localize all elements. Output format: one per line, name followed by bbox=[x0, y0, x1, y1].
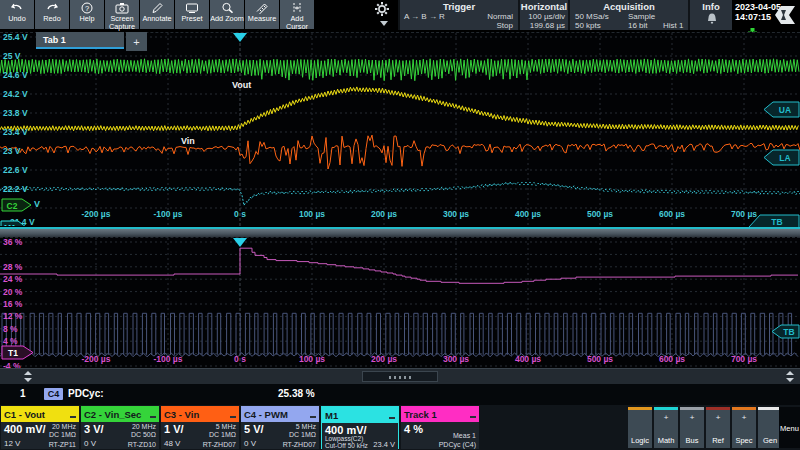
diagram2[interactable]: 36 % 28 % 24 % 20 % 16 % 12 % 8 % 4 % -4… bbox=[0, 237, 800, 368]
lower-trigger-level-badge[interactable]: LA bbox=[762, 149, 800, 166]
measurement-row[interactable]: 1 C4 PDCyc: 25.38 % bbox=[0, 384, 800, 405]
x-tick: -200 µs bbox=[66, 209, 126, 219]
timebase-tab[interactable]: TB bbox=[744, 214, 800, 228]
upper-trigger-level-badge[interactable]: UA bbox=[762, 101, 800, 118]
minimize-icon[interactable] bbox=[230, 416, 236, 418]
measurement-label: PDCyc: bbox=[68, 388, 104, 399]
channel-card-c1[interactable]: C1 - Vout 400 mV/ 20 MHz DC 1MΩ 12 V RT-… bbox=[1, 406, 79, 449]
tab-1[interactable]: Tab 1 bbox=[36, 32, 124, 49]
help-icon: ? bbox=[81, 2, 93, 14]
x-tick: 300 µs bbox=[426, 354, 486, 364]
x-tick: 100 µs bbox=[282, 209, 342, 219]
channel-card-c2[interactable]: C2 - Vin_Sec 3 V/ 20 MHz DC 50Ω 0 V RT-Z… bbox=[81, 406, 159, 449]
diagram1[interactable]: 25.4 V 25 V 24.6 V 24.2 V 23.8 V 23.4 V … bbox=[0, 32, 800, 226]
settings-button[interactable] bbox=[374, 1, 394, 29]
gear-icon bbox=[374, 3, 390, 20]
redo-icon bbox=[45, 2, 59, 14]
track-card[interactable]: Track 1 4 % Meas 1 PDCyc (C4) bbox=[401, 406, 479, 449]
trigger-state: Stop bbox=[497, 21, 513, 30]
y-tick: 25.4 V bbox=[3, 32, 28, 42]
horizontal-position: 199.68 µs bbox=[530, 21, 565, 30]
add-zoom-button[interactable]: Add Zoom bbox=[210, 0, 244, 29]
scroll-up-icon[interactable] bbox=[786, 371, 794, 375]
splitter-handle[interactable] bbox=[362, 371, 438, 382]
rohde-schwarz-logo bbox=[772, 3, 798, 27]
undo-icon bbox=[10, 2, 24, 14]
scroll-down-icon[interactable] bbox=[24, 378, 32, 382]
y-tick: 16 % bbox=[3, 299, 22, 309]
bottom-splitter[interactable] bbox=[0, 368, 800, 384]
horizontal-panel[interactable]: Horizontal 100 µs/div 199.68 µs bbox=[518, 0, 568, 30]
measure-button[interactable]: Measure bbox=[245, 0, 279, 29]
svg-text:UA: UA bbox=[779, 105, 791, 115]
minimize-icon[interactable] bbox=[150, 416, 156, 418]
acquisition-title: Acquisition bbox=[570, 1, 688, 12]
preset-button[interactable]: Preset bbox=[175, 0, 209, 29]
svg-text:LA: LA bbox=[779, 153, 790, 163]
grip-dots-icon bbox=[389, 376, 411, 379]
preset-display-icon bbox=[185, 2, 199, 14]
track-level-badge[interactable]: T1 bbox=[1, 345, 35, 360]
minimize-icon[interactable] bbox=[70, 416, 76, 418]
pencil-icon bbox=[151, 2, 164, 14]
y-tick: 22.6 V bbox=[3, 165, 28, 175]
signal-bar: C1 - Vout 400 mV/ 20 MHz DC 1MΩ 12 V RT-… bbox=[0, 405, 800, 450]
history-label: Hist 1 bbox=[663, 21, 683, 30]
trigger-mode: Normal bbox=[487, 12, 513, 21]
minimize-icon[interactable] bbox=[470, 416, 476, 418]
trigger-position-marker[interactable] bbox=[233, 33, 247, 42]
annotate-button[interactable]: Annotate bbox=[140, 0, 174, 29]
timebase-badge[interactable]: TB bbox=[770, 324, 800, 339]
ruler-icon bbox=[255, 2, 269, 14]
acquisition-panel[interactable]: Acquisition 50 MSa/s Sample 50 kpts 16 b… bbox=[568, 0, 688, 30]
math-button[interactable]: + Math bbox=[654, 407, 678, 448]
c2-unit-label: V bbox=[34, 199, 40, 209]
scroll-down-icon[interactable] bbox=[786, 378, 794, 382]
measurement-value: 25.38 % bbox=[278, 388, 315, 399]
y-tick: 12 % bbox=[3, 311, 22, 321]
add-cursor-button[interactable]: Add Cursor bbox=[280, 0, 314, 29]
ref-button[interactable]: + Ref bbox=[706, 407, 730, 448]
y-tick: 28 % bbox=[3, 262, 22, 272]
minimize-icon[interactable] bbox=[389, 417, 395, 419]
info-panel[interactable]: Info bbox=[688, 0, 732, 30]
trigger-title: Trigger bbox=[400, 1, 518, 12]
y-tick: 36 % bbox=[3, 237, 22, 247]
trigger-panel[interactable]: Trigger A → B → R Normal Stop bbox=[398, 0, 518, 30]
diagram2-plot[interactable] bbox=[0, 238, 800, 368]
c2-level-badge[interactable]: C2 bbox=[1, 198, 33, 212]
diagram1-plot[interactable] bbox=[0, 33, 800, 226]
channel-card-c3[interactable]: C3 - Vin 1 V/ 5 MHz DC 1MΩ 48 V RT-ZHD07 bbox=[161, 406, 239, 449]
math-card-m1[interactable]: M1 400 mV/ Lowpass(C2) Cut-Off 50 kHz 23… bbox=[321, 406, 399, 449]
horizontal-title: Horizontal bbox=[520, 1, 568, 12]
spec-button[interactable]: + Spec bbox=[732, 407, 756, 448]
x-tick: 0 s bbox=[210, 209, 270, 219]
record-length: 50 kpts bbox=[575, 21, 601, 30]
chevron-down-icon bbox=[380, 21, 388, 26]
svg-text:T1: T1 bbox=[8, 348, 18, 358]
help-button[interactable]: ? Help bbox=[70, 0, 104, 29]
measurement-source-badge: C4 bbox=[44, 388, 63, 400]
y-tick: 24.6 V bbox=[3, 70, 28, 80]
info-title: Info bbox=[690, 1, 732, 12]
bus-button[interactable]: + Bus bbox=[680, 407, 704, 448]
x-tick: 300 µs bbox=[426, 209, 486, 219]
svg-text:?: ? bbox=[85, 4, 89, 13]
x-tick: 600 µs bbox=[642, 209, 702, 219]
trigger-position-marker[interactable] bbox=[233, 238, 247, 247]
screen-capture-button[interactable]: Screen Capture bbox=[105, 0, 139, 29]
bell-icon[interactable] bbox=[705, 12, 719, 30]
cursor-lines-icon bbox=[290, 2, 304, 14]
redo-button[interactable]: Redo bbox=[35, 0, 69, 29]
channel-card-c4[interactable]: C4 - PWM 5 V/ 5 MHz DC 1MΩ 0 V RT-ZHD07 bbox=[241, 406, 319, 449]
y-tick: 8 % bbox=[3, 324, 18, 334]
scroll-up-icon[interactable] bbox=[24, 371, 32, 375]
svg-text:TB: TB bbox=[771, 217, 782, 227]
logic-button[interactable]: Logic bbox=[628, 407, 652, 448]
m1-level-badge[interactable]: M1 bbox=[0, 220, 28, 226]
undo-button[interactable]: Undo bbox=[0, 0, 34, 29]
y-tick: 24.2 V bbox=[3, 89, 28, 99]
menu-button[interactable]: Menu bbox=[779, 407, 800, 448]
add-tab-button[interactable]: + bbox=[126, 32, 147, 51]
minimize-icon[interactable] bbox=[310, 416, 316, 418]
